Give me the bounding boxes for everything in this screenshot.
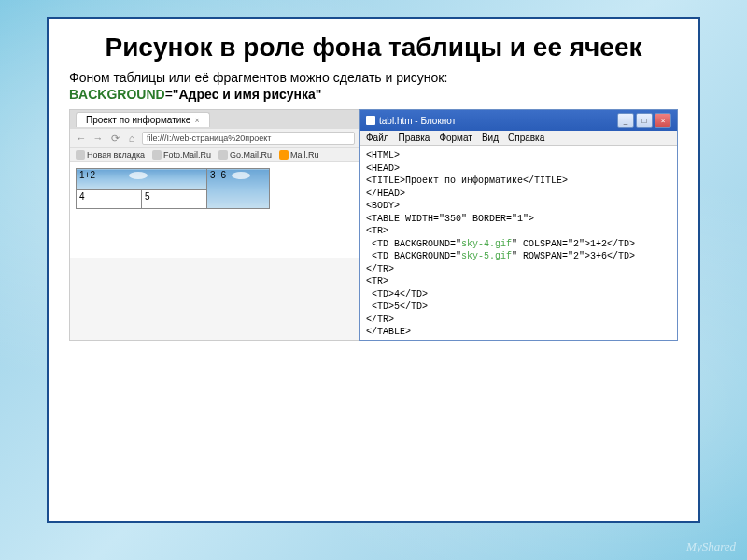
window-buttons: _ □ × [617,113,671,128]
notepad-titlebar: tabl.htm - Блокнот _ □ × [360,110,677,131]
browser-tab[interactable]: Проект по информатике × [76,112,210,127]
notepad-menu: Файл Правка Формат Вид Справка [360,131,677,146]
notepad-icon [366,116,375,125]
watermark: MyShared [686,539,736,554]
slide-frame: Рисунок в роле фона таблицы и ее ячеек Ф… [47,17,700,523]
bookmark-item[interactable]: Новая вкладка [76,150,145,160]
close-icon[interactable]: × [194,116,199,125]
syntax-line: BACKGROUND="Адрес и имя рисунка" [69,87,678,102]
bookmarks-bar: Новая вкладка Foto.Mail.Ru Go.Mail.Ru Ma… [70,148,359,162]
forward-button[interactable]: → [92,132,105,145]
url-bar[interactable]: file:///I:/web-страница%20проект [142,132,355,145]
slide-title: Рисунок в роле фона таблицы и ее ячеек [69,34,678,61]
browser-toolbar: ← → ⟳ ⌂ file:///I:/web-страница%20проект [70,129,359,148]
tab-bar: Проект по информатике × [70,110,359,129]
page-icon [76,150,85,160]
table-cell-4: 4 [77,189,142,208]
keyword: BACKGROUND [69,87,165,102]
url-text: file:///I:/web-страница%20проект [147,133,271,143]
table-cell-36: 3+6 [207,169,270,209]
tab-title: Проект по информатике [86,115,190,125]
maximize-button[interactable]: □ [636,113,653,128]
notepad-body[interactable]: <HTML> <HEAD> <TITLE>Проект по информати… [360,146,677,340]
menu-file[interactable]: Файл [366,133,389,143]
bookmark-item[interactable]: Mail.Ru [279,150,319,160]
notepad-window: tabl.htm - Блокнот _ □ × Файл Правка Фор… [359,109,678,341]
minimize-button[interactable]: _ [617,113,634,128]
reload-button[interactable]: ⟳ [108,132,121,145]
close-button[interactable]: × [655,113,671,128]
syntax-value: "Адрес и имя рисунка" [173,87,322,102]
panels: Проект по информатике × ← → ⟳ ⌂ file:///… [69,109,678,341]
browser-window: Проект по информатике × ← → ⟳ ⌂ file:///… [69,109,360,341]
table-cell-5: 5 [142,189,207,208]
menu-format[interactable]: Формат [439,133,472,143]
demo-table: 1+2 3+6 4 5 [76,168,270,209]
menu-view[interactable]: Вид [482,133,499,143]
home-button[interactable]: ⌂ [125,132,138,145]
page-icon [218,150,228,160]
notepad-title: tabl.htm - Блокнот [379,116,456,126]
menu-edit[interactable]: Правка [399,133,430,143]
table-cell-12: 1+2 [77,169,207,190]
intro-text: Фоном таблицы или её фрагментов можно сд… [69,70,678,85]
menu-help[interactable]: Справка [508,133,544,143]
mail-icon [279,150,289,160]
page-icon [152,150,162,160]
page-content: 1+2 3+6 4 5 [70,162,359,258]
back-button[interactable]: ← [75,132,88,145]
bookmark-item[interactable]: Go.Mail.Ru [218,150,272,160]
bookmark-item[interactable]: Foto.Mail.Ru [152,150,211,160]
